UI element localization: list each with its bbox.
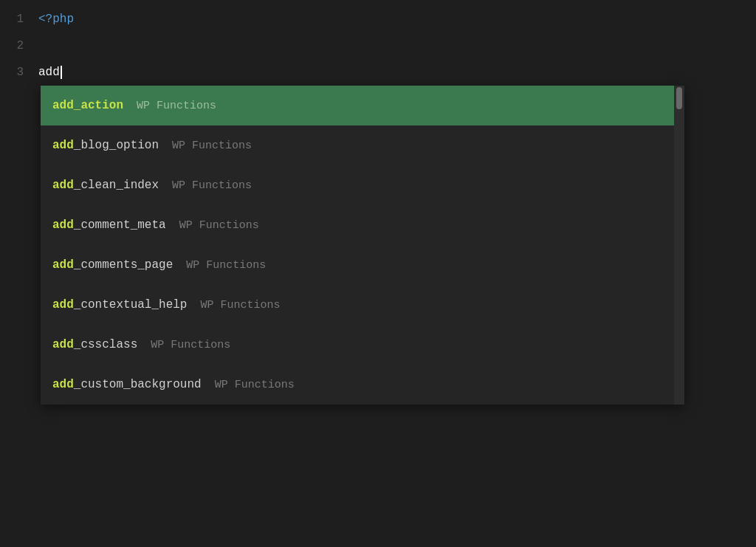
- item-highlight-8: add: [52, 378, 74, 391]
- code-area: 1 <?php 2 3 add add_action: [0, 6, 756, 86]
- item-name-1: add_action: [52, 99, 123, 112]
- item-name-6: add_contextual_help: [52, 298, 187, 312]
- item-category-4: WP Functions: [179, 219, 259, 232]
- item-name-7: add_cssclass: [52, 338, 137, 351]
- item-highlight-5: add: [52, 258, 74, 272]
- code-line-3: 3 add: [0, 59, 756, 86]
- autocomplete-item-3[interactable]: add_clean_index WP Functions: [41, 165, 674, 205]
- scrollbar[interactable]: [674, 86, 684, 405]
- item-highlight-3: add: [52, 179, 74, 192]
- item-rest-6: _contextual_help: [74, 298, 188, 312]
- item-name-5: add_comments_page: [52, 258, 173, 272]
- item-category-7: WP Functions: [151, 339, 230, 351]
- typed-text: add: [38, 66, 60, 79]
- item-highlight-7: add: [52, 338, 74, 351]
- item-rest-8: _custom_background: [74, 378, 202, 391]
- item-name-4: add_comment_meta: [52, 219, 166, 232]
- line-number-2: 2: [0, 39, 35, 52]
- item-highlight-4: add: [52, 219, 74, 232]
- scrollbar-thumb[interactable]: [676, 87, 682, 109]
- item-rest-4: _comment_meta: [74, 219, 166, 232]
- item-name-3: add_clean_index: [52, 179, 159, 192]
- item-category-8: WP Functions: [215, 379, 295, 391]
- item-name-8: add_custom_background: [52, 378, 202, 391]
- item-category-3: WP Functions: [172, 179, 252, 192]
- item-rest-5: _comments_page: [74, 258, 173, 272]
- line-number-1: 1: [0, 13, 35, 26]
- line-content-1: <?php: [35, 13, 74, 26]
- autocomplete-item-7[interactable]: add_cssclass WP Functions: [41, 325, 674, 365]
- line-number-3: 3: [0, 66, 35, 79]
- line-content-3: add: [35, 66, 62, 79]
- item-rest-1: _action: [74, 99, 123, 112]
- text-cursor: [61, 66, 62, 79]
- code-line-1: 1 <?php: [0, 6, 756, 32]
- item-category-1: WP Functions: [137, 100, 216, 112]
- item-category-5: WP Functions: [186, 259, 266, 272]
- item-rest-3: _clean_index: [74, 179, 159, 192]
- item-highlight-6: add: [52, 298, 74, 312]
- autocomplete-list: add_action WP Functions add_blog_option …: [41, 86, 674, 405]
- editor-container: 1 <?php 2 3 add add_action: [0, 0, 756, 547]
- item-category-6: WP Functions: [200, 299, 280, 312]
- item-highlight-2: add: [52, 139, 74, 152]
- autocomplete-item-4[interactable]: add_comment_meta WP Functions: [41, 205, 674, 245]
- item-rest-7: _cssclass: [74, 338, 137, 351]
- code-line-2: 2: [0, 32, 756, 59]
- autocomplete-item-1[interactable]: add_action WP Functions: [41, 86, 674, 125]
- item-category-2: WP Functions: [172, 140, 252, 152]
- autocomplete-item-2[interactable]: add_blog_option WP Functions: [41, 125, 674, 165]
- autocomplete-item-6[interactable]: add_contextual_help WP Functions: [41, 285, 674, 325]
- item-highlight-1: add: [52, 99, 74, 112]
- item-name-2: add_blog_option: [52, 139, 159, 152]
- autocomplete-dropdown[interactable]: add_action WP Functions add_blog_option …: [41, 86, 684, 405]
- php-open-tag: <?php: [38, 13, 74, 26]
- autocomplete-item-5[interactable]: add_comments_page WP Functions: [41, 245, 674, 285]
- autocomplete-item-8[interactable]: add_custom_background WP Functions: [41, 365, 674, 405]
- item-rest-2: _blog_option: [74, 139, 159, 152]
